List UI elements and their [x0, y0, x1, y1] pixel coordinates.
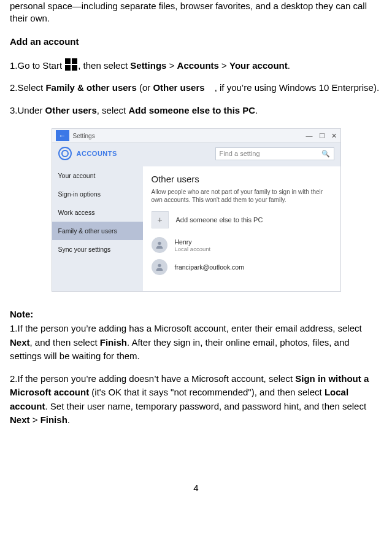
avatar-icon — [152, 259, 167, 275]
maximize-icon[interactable]: ☐ — [319, 132, 325, 140]
svg-rect-0 — [65, 58, 71, 64]
heading-note: Note: — [10, 309, 382, 319]
svg-rect-1 — [72, 58, 77, 64]
close-icon[interactable]: ✕ — [331, 132, 337, 140]
plus-icon: + — [152, 211, 169, 228]
user-row-henry[interactable]: Henry Local account — [152, 237, 332, 253]
back-button[interactable]: ← — [56, 130, 69, 141]
svg-point-5 — [158, 264, 161, 267]
svg-rect-2 — [65, 65, 71, 71]
sidebar-item-family-other-users[interactable]: Family & other users — [52, 222, 143, 240]
user-name: Henry — [175, 238, 211, 246]
settings-content: Other users Allow people who are not par… — [143, 166, 340, 291]
settings-window: ← Settings — ☐ ✕ ACCOUNTS Find a setting… — [52, 128, 341, 292]
search-placeholder: Find a setting — [220, 150, 260, 157]
step-1: 1.Go to Start , then select Settings > A… — [10, 58, 382, 73]
note-2: 2.If the person you’re adding doesn’t ha… — [10, 372, 382, 427]
intro-paragraph: personal space—including separate files,… — [10, 0, 382, 25]
step-2: 2.Select Family & other users (or Other … — [10, 81, 382, 95]
heading-add-account: Add an account — [10, 36, 382, 47]
sidebar-item-signin-options[interactable]: Sign-in options — [52, 185, 143, 203]
start-icon — [64, 58, 78, 71]
user-row-francipark[interactable]: francipark@outlook.com — [152, 259, 332, 275]
gear-icon — [58, 147, 72, 160]
accounts-header: ACCOUNTS — [77, 150, 117, 157]
notes-list: 1.If the person you’re adding has a Micr… — [10, 322, 382, 427]
note-1: 1.If the person you’re adding has a Micr… — [10, 322, 382, 363]
add-someone-label: Add someone else to this PC — [176, 216, 263, 224]
search-input[interactable]: Find a setting 🔍 — [215, 147, 334, 160]
page-number: 4 — [10, 483, 382, 493]
add-someone-row[interactable]: + Add someone else to this PC — [152, 211, 332, 228]
avatar-icon — [152, 237, 167, 253]
settings-sidebar: Your account Sign-in options Work access… — [52, 166, 143, 291]
titlebar: ← Settings — ☐ ✕ — [52, 129, 340, 143]
user-subtitle: Local account — [175, 246, 211, 252]
content-heading: Other users — [152, 174, 332, 184]
search-icon: 🔍 — [321, 150, 330, 158]
window-title: Settings — [73, 133, 95, 139]
sidebar-item-sync-settings[interactable]: Sync your settings — [52, 240, 143, 259]
sidebar-item-work-access[interactable]: Work access — [52, 203, 143, 222]
user-name: francipark@outlook.com — [175, 263, 244, 271]
content-description: Allow people who are not part of your fa… — [152, 188, 332, 204]
minimize-icon[interactable]: — — [306, 132, 313, 140]
sidebar-item-your-account[interactable]: Your account — [52, 166, 143, 185]
steps-list: 1.Go to Start , then select Settings > A… — [10, 58, 382, 118]
svg-rect-3 — [72, 65, 77, 71]
step-3: 3.Under Other users, select Add someone … — [10, 104, 382, 118]
svg-point-4 — [158, 242, 161, 245]
